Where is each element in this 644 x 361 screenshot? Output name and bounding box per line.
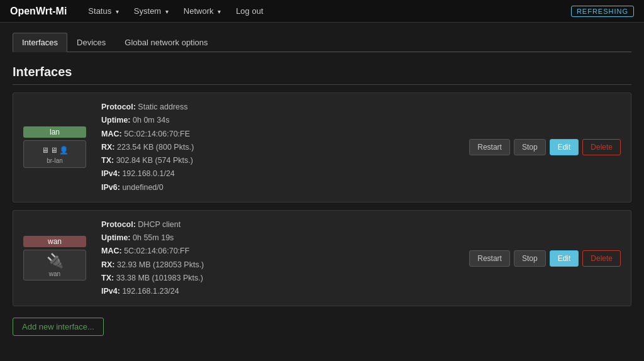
wan-bridge-label: wan: [49, 270, 60, 277]
lan-rx-label: RX:: [101, 143, 115, 152]
wan-name-label: wan: [23, 236, 86, 247]
lan-bridge-label: br-lan: [47, 157, 63, 164]
refreshing-badge: REFRESHING: [571, 6, 634, 17]
lan-icon-box: lan 🖥 🖥 👤 br-lan: [23, 126, 86, 168]
wan-graphic: 🔌 wan: [23, 250, 86, 280]
lan-restart-button[interactable]: Restart: [469, 139, 510, 155]
lan-info: Protocol: Static address Uptime: 0h 0m 3…: [101, 101, 454, 194]
lan-ipv6-label: IPv6:: [101, 183, 120, 192]
lan-uptime-value: 0h 0m 34s: [133, 116, 169, 125]
wan-rx-value: 32.93 MB (128053 Pkts.): [117, 260, 204, 269]
wan-delete-button[interactable]: Delete: [582, 250, 621, 267]
lan-delete-button[interactable]: Delete: [582, 139, 621, 155]
tab-interfaces[interactable]: Interfaces: [13, 33, 67, 52]
lan-tx-value: 302.84 KB (574 Pkts.): [116, 156, 193, 165]
wan-buttons: Restart Stop Edit Delete: [469, 250, 621, 267]
tabs-bar: Interfaces Devices Global network option…: [13, 33, 631, 52]
lan-mac-value: 5C:02:14:06:70:FE: [124, 130, 190, 138]
status-caret: ▾: [116, 8, 119, 15]
nav-menu: Status ▾ System ▾ Network ▾ Log out: [82, 3, 571, 19]
wan-icon-box: wan 🔌 wan: [23, 236, 86, 280]
lan-rx-value: 223.54 KB (800 Pkts.): [117, 143, 194, 152]
wan-mac-value: 5C:02:14:06:70:FF: [124, 247, 189, 255]
pc-icon-1: 🖥: [42, 146, 49, 155]
wan-single-icon: 🔌: [47, 253, 64, 269]
brand: OpenWrt-Mi: [10, 6, 67, 17]
nav-network[interactable]: Network ▾: [177, 3, 227, 19]
wan-uptime-value: 0h 55m 19s: [133, 233, 174, 242]
lan-tx-label: TX:: [101, 156, 114, 165]
lan-uptime-label: Uptime:: [101, 116, 131, 125]
wan-uptime-label: Uptime:: [101, 233, 131, 242]
tab-global-network-options[interactable]: Global network options: [115, 33, 217, 52]
nav-status[interactable]: Status ▾: [82, 3, 125, 19]
wan-ipv4-value: 192.168.1.23/24: [122, 287, 179, 296]
wan-info: Protocol: DHCP client Uptime: 0h 55m 19s…: [101, 218, 454, 299]
lan-graphic: 🖥 🖥 👤 br-lan: [23, 140, 86, 168]
nav-system[interactable]: System ▾: [128, 3, 175, 19]
network-caret: ▾: [218, 8, 221, 15]
navbar: OpenWrt-Mi Status ▾ System ▾ Network ▾ L…: [0, 0, 644, 23]
nav-logout[interactable]: Log out: [230, 3, 269, 19]
lan-protocol-value: Static address: [138, 103, 187, 111]
lan-buttons: Restart Stop Edit Delete: [469, 139, 621, 155]
lan-stop-button[interactable]: Stop: [514, 139, 546, 155]
wan-protocol-value: DHCP client: [138, 220, 180, 229]
wan-tx-label: TX:: [101, 274, 114, 282]
wan-mac-label: MAC:: [101, 247, 122, 255]
lan-mac-label: MAC:: [101, 130, 122, 138]
wan-rx-label: RX:: [101, 260, 115, 269]
wan-stop-button[interactable]: Stop: [514, 250, 546, 267]
wan-edit-button[interactable]: Edit: [550, 250, 579, 267]
wan-tx-value: 33.38 MB (101983 Pkts.): [116, 274, 203, 282]
lan-icons: 🖥 🖥 👤: [42, 145, 69, 156]
lan-ipv4-label: IPv4:: [101, 169, 120, 178]
lan-name-label: lan: [23, 126, 86, 138]
wan-protocol-label: Protocol:: [101, 220, 136, 229]
system-caret: ▾: [165, 8, 169, 15]
page-title: Interfaces: [13, 65, 631, 85]
interface-card-wan: wan 🔌 wan Protocol: DHCP client Uptime: …: [13, 210, 631, 307]
wan-ipv4-label: IPv4:: [101, 287, 120, 296]
lan-protocol-label: Protocol:: [101, 103, 136, 111]
lan-ipv4-value: 192.168.0.1/24: [122, 169, 174, 178]
add-interface-button[interactable]: Add new interface...: [13, 318, 104, 336]
lan-edit-button[interactable]: Edit: [550, 139, 579, 155]
person-icon: 👤: [59, 146, 69, 155]
wan-restart-button[interactable]: Restart: [469, 250, 510, 267]
interface-card-lan: lan 🖥 🖥 👤 br-lan Protocol: Static addres…: [13, 92, 631, 203]
main-content: Interfaces Devices Global network option…: [0, 23, 644, 356]
lan-ipv6-value: undefined/0: [122, 183, 163, 192]
pc-icon-2: 🖥: [50, 146, 58, 155]
tab-devices[interactable]: Devices: [67, 33, 115, 52]
